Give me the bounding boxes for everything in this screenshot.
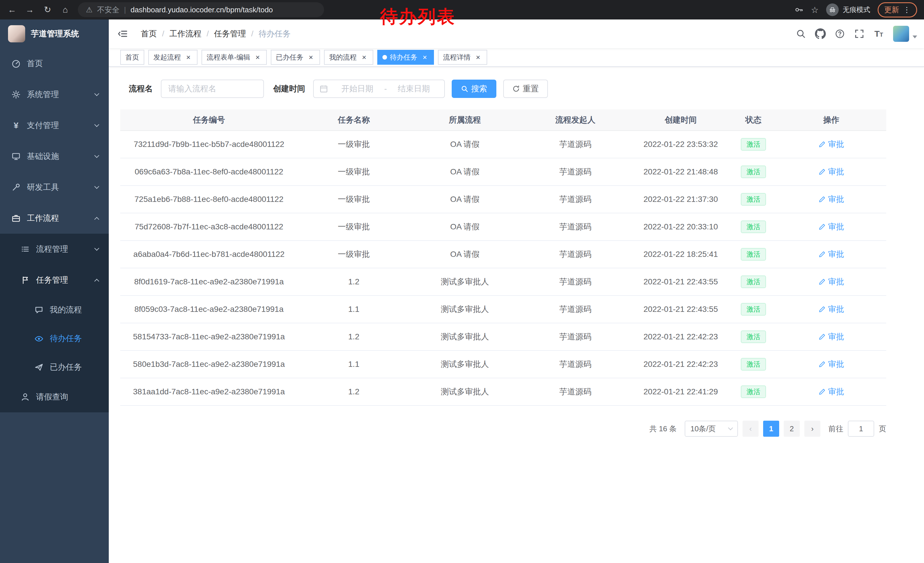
date-range-separator: - xyxy=(382,84,389,93)
approve-link[interactable]: 审批 xyxy=(818,386,844,397)
cell-action: 审批 xyxy=(776,350,886,378)
cell-process: 测试多审批人 xyxy=(410,268,520,296)
cell-created: 2022-01-22 21:37:30 xyxy=(631,186,730,213)
cell-status: 激活 xyxy=(730,240,776,268)
tab-close-icon[interactable]: × xyxy=(184,53,192,61)
breadcrumb-item[interactable]: 工作流程 xyxy=(170,29,201,39)
approve-link[interactable]: 审批 xyxy=(818,167,844,177)
approve-link[interactable]: 审批 xyxy=(818,194,844,205)
search-button[interactable]: 搜索 xyxy=(452,80,496,98)
tab-close-icon[interactable]: × xyxy=(307,53,315,61)
tab-已办任务[interactable]: 已办任务× xyxy=(271,50,320,65)
edit-icon xyxy=(818,223,826,231)
sidebar-item-done-tasks[interactable]: 已办任务 xyxy=(0,353,109,381)
sidebar-item-system-management[interactable]: 系统管理 xyxy=(0,79,109,110)
active-tab-dot xyxy=(382,55,387,60)
tab-close-icon[interactable]: × xyxy=(360,53,368,61)
cell-task-name: 一级审批 xyxy=(298,131,410,158)
approve-link[interactable]: 审批 xyxy=(818,221,844,232)
update-label[interactable]: 更新 xyxy=(884,5,899,15)
sidebar-item-payment-management[interactable]: ¥ 支付管理 xyxy=(0,110,109,141)
sidebar-item-leave-query[interactable]: 请假查询 xyxy=(0,381,109,412)
tab-close-icon[interactable]: × xyxy=(474,53,482,61)
sidebar-item-label: 流程管理 xyxy=(36,244,68,255)
tab-label: 待办任务 xyxy=(390,53,417,62)
tab-我的流程[interactable]: 我的流程× xyxy=(324,50,373,65)
app-logo-row[interactable]: 芋道管理系统 xyxy=(0,20,109,48)
cell-process: OA 请假 xyxy=(410,240,520,268)
sidebar-item-home[interactable]: 首页 xyxy=(0,48,109,79)
approve-link[interactable]: 审批 xyxy=(818,249,844,260)
sidebar-item-todo-tasks[interactable]: 待办任务 xyxy=(0,324,109,353)
key-icon[interactable] xyxy=(794,5,804,14)
tabs-bar: 首页发起流程×流程表单-编辑×已办任务×我的流程×待办任务×流程详情× xyxy=(109,48,924,67)
cell-status: 激活 xyxy=(730,350,776,378)
approve-link[interactable]: 审批 xyxy=(818,139,844,150)
tab-close-icon[interactable]: × xyxy=(421,53,429,61)
goto-suffix: 页 xyxy=(879,424,886,434)
cell-task-id: 58154733-7ac8-11ec-a9e2-a2380e71991a xyxy=(120,323,298,350)
cell-task-id: a6aba0a4-7b6d-11ec-b781-acde48001122 xyxy=(120,240,298,268)
home-icon[interactable]: ⌂ xyxy=(60,6,70,14)
cell-task-id: 580e1b3d-7ac8-11ec-a9e2-a2380e71991a xyxy=(120,350,298,378)
yen-icon: ¥ xyxy=(12,121,21,130)
tab-流程表单-编辑[interactable]: 流程表单-编辑× xyxy=(201,50,267,65)
cell-process: 测试多审批人 xyxy=(410,350,520,378)
app-logo xyxy=(8,25,25,42)
sidebar-item-infrastructure[interactable]: 基础设施 xyxy=(0,141,109,172)
chevron-up-icon xyxy=(94,279,99,284)
tab-待办任务[interactable]: 待办任务× xyxy=(377,50,434,65)
edit-icon xyxy=(818,306,826,313)
fullscreen-icon[interactable] xyxy=(850,20,869,48)
process-name-input[interactable] xyxy=(161,80,264,98)
avatar[interactable] xyxy=(893,26,909,42)
page-size-select[interactable]: 10条/页 xyxy=(685,421,738,437)
github-icon[interactable] xyxy=(811,20,830,48)
forward-icon[interactable]: → xyxy=(25,6,35,14)
tab-流程详情[interactable]: 流程详情× xyxy=(438,50,487,65)
reload-icon[interactable]: ↻ xyxy=(42,6,52,14)
sidebar-item-my-processes[interactable]: 我的流程 xyxy=(0,296,109,324)
sidebar-fold-icon[interactable] xyxy=(109,20,136,48)
prev-page-button[interactable]: ‹ xyxy=(742,421,759,437)
sidebar-item-dev-tools[interactable]: 研发工具 xyxy=(0,172,109,203)
page-button-1[interactable]: 1 xyxy=(763,421,779,437)
approve-label: 审批 xyxy=(828,221,844,232)
cell-task-name: 1.2 xyxy=(298,323,410,350)
date-range-picker[interactable]: 开始日期 - 结束日期 xyxy=(313,80,445,98)
start-date-field[interactable]: 开始日期 xyxy=(333,83,382,94)
star-icon[interactable]: ☆ xyxy=(811,5,819,15)
end-date-field[interactable]: 结束日期 xyxy=(389,83,438,94)
approve-link[interactable]: 审批 xyxy=(818,331,844,342)
goto-page-input[interactable] xyxy=(848,421,874,437)
more-menu-icon[interactable]: ⋮ xyxy=(903,6,910,14)
approve-link[interactable]: 审批 xyxy=(818,304,844,315)
next-page-button[interactable]: › xyxy=(804,421,820,437)
tab-close-icon[interactable]: × xyxy=(254,53,262,61)
column-header-task-id: 任务编号 xyxy=(120,110,298,131)
update-button[interactable]: 更新 ⋮ xyxy=(878,2,917,18)
breadcrumb-item[interactable]: 任务管理 xyxy=(214,29,246,39)
address-bar[interactable]: ⚠ 不安全 | dashboard.yudao.iocoder.cn/bpm/t… xyxy=(78,2,324,17)
edit-icon xyxy=(818,388,826,395)
reset-button[interactable]: 重置 xyxy=(503,80,548,98)
breadcrumb-item[interactable]: 首页 xyxy=(141,29,157,39)
back-icon[interactable]: ← xyxy=(7,6,17,14)
status-badge: 激活 xyxy=(741,358,766,371)
page-button-2[interactable]: 2 xyxy=(784,421,800,437)
incognito-badge: 无痕模式 xyxy=(826,3,870,16)
user-menu[interactable] xyxy=(893,26,918,42)
search-icon[interactable] xyxy=(791,20,811,48)
sidebar-item-process-management[interactable]: 流程管理 xyxy=(0,234,109,264)
sidebar-item-workflow[interactable]: 工作流程 xyxy=(0,203,109,234)
approve-link[interactable]: 审批 xyxy=(818,359,844,370)
help-icon[interactable] xyxy=(830,20,850,48)
approve-link[interactable]: 审批 xyxy=(818,276,844,287)
approve-label: 审批 xyxy=(828,249,844,260)
tab-首页[interactable]: 首页 xyxy=(120,50,144,65)
cell-initiator: 芋道源码 xyxy=(520,131,631,158)
tab-发起流程[interactable]: 发起流程× xyxy=(148,50,198,65)
sidebar-item-task-management[interactable]: 任务管理 xyxy=(0,264,109,296)
font-size-icon[interactable]: TT xyxy=(869,20,888,48)
sidebar-item-label: 我的流程 xyxy=(50,305,82,315)
